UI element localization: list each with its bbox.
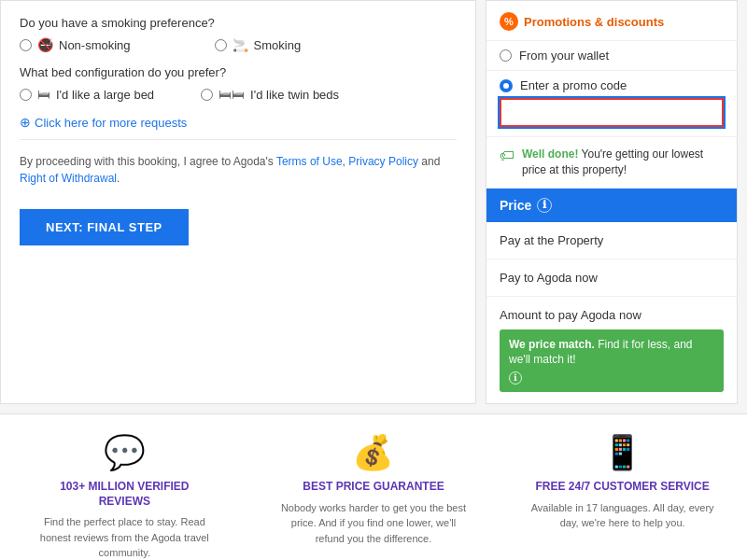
smoking-radio[interactable]: [215, 39, 227, 51]
price-match-box: We price match. Find it for less, and we…: [500, 329, 724, 393]
smoking-option[interactable]: 🚬 Smoking: [215, 37, 302, 52]
terms-and: and: [418, 155, 440, 168]
booking-form-panel: Do you have a smoking preference? 🚭 Non-…: [0, 0, 476, 404]
smoking-question: Do you have a smoking preference?: [20, 16, 457, 30]
price-summary-panel: % Promotions & discounts From your walle…: [486, 0, 738, 404]
smoking-preference-section: Do you have a smoking preference? 🚭 Non-…: [20, 16, 457, 52]
terms-prefix: By proceeding with this booking, I agree…: [20, 155, 276, 168]
promo-code-label: Enter a promo code: [520, 78, 627, 92]
promotions-title: Promotions & discounts: [524, 15, 664, 29]
terms-section: By proceeding with this booking, I agree…: [20, 139, 457, 196]
pay-to-agoda-row: Pay to Agoda now: [486, 259, 737, 297]
large-bed-label: I'd like a large bed: [56, 88, 154, 102]
plus-circle-icon: ⊕: [20, 115, 31, 130]
bed-preference-section: What bed configuration do you prefer? 🛏 …: [20, 65, 457, 102]
large-bed-option[interactable]: 🛏 I'd like a large bed: [20, 87, 154, 102]
price-match-strong: We price match.: [509, 338, 595, 351]
price-header: Price ℹ: [486, 189, 737, 222]
bed-question: What bed configuration do you prefer?: [20, 65, 457, 79]
right-of-withdrawal-link[interactable]: Right of Withdrawal: [20, 172, 117, 185]
non-smoking-option[interactable]: 🚭 Non-smoking: [20, 37, 131, 52]
pay-to-agoda-label: Pay to Agoda now: [500, 271, 724, 285]
wallet-label: From your wallet: [519, 49, 609, 63]
pay-at-property-label: Pay at the Property: [500, 233, 724, 247]
twin-beds-option[interactable]: 🛏🛏 I'd like twin beds: [201, 87, 339, 102]
promo-radio-row: Enter a promo code: [500, 78, 724, 92]
well-done-strong: Well done!: [522, 147, 578, 161]
price-info-icon[interactable]: ℹ: [537, 198, 552, 213]
amount-label: Amount to pay Agoda now: [500, 308, 724, 322]
promotions-header: % Promotions & discounts: [486, 1, 737, 41]
large-bed-icon: 🛏: [37, 87, 50, 102]
well-done-message: 🏷 Well done! You're getting our lowest p…: [486, 137, 737, 189]
non-smoking-radio[interactable]: [20, 39, 32, 51]
non-smoking-icon: 🚭: [37, 37, 53, 52]
large-bed-radio[interactable]: [20, 89, 32, 101]
price-title: Price: [500, 198, 531, 213]
reviews-icon: 💬: [31, 433, 218, 472]
more-requests-link[interactable]: ⊕ Click here for more requests: [20, 115, 457, 130]
well-done-text: Well done! You're getting our lowest pri…: [522, 147, 724, 178]
footer-customer-service-desc: Available in 17 languages. All day, ever…: [529, 500, 716, 531]
privacy-policy-link[interactable]: Privacy Policy: [348, 155, 418, 168]
amount-to-pay-section: Amount to pay Agoda now We price match. …: [486, 297, 737, 404]
bed-options: 🛏 I'd like a large bed 🛏🛏 I'd like twin …: [20, 87, 457, 102]
pay-at-property-row: Pay at the Property: [486, 222, 737, 259]
wallet-radio[interactable]: [500, 49, 512, 62]
footer-section: 💬 103+ MILLION VERIFIEDREVIEWS Find the …: [0, 413, 747, 560]
footer-best-price: 💰 BEST PRICE GUARANTEE Nobody works hard…: [271, 433, 476, 546]
customer-service-icon: 📱: [529, 433, 716, 472]
twin-beds-icon: 🛏🛏: [218, 87, 245, 102]
terms-period: .: [117, 172, 120, 185]
footer-customer-service: 📱 FREE 24/7 CUSTOMER SERVICE Available i…: [520, 433, 726, 531]
wallet-option[interactable]: From your wallet: [486, 41, 737, 71]
promo-radio-selected[interactable]: [500, 79, 513, 92]
price-match-info: ℹ: [509, 371, 714, 385]
smoking-label: Smoking: [254, 38, 302, 52]
footer-reviews-desc: Find the perfect place to stay. Read hon…: [31, 514, 218, 560]
tag-icon: 🏷: [500, 147, 514, 164]
footer-best-price-title: BEST PRICE GUARANTEE: [280, 480, 467, 495]
twin-beds-label: I'd like twin beds: [250, 88, 339, 102]
smoking-icon: 🚬: [233, 37, 248, 52]
footer-best-price-desc: Nobody works harder to get you the best …: [280, 500, 467, 547]
smoking-options: 🚭 Non-smoking 🚬 Smoking: [20, 37, 457, 52]
next-final-step-button[interactable]: NEXT: FINAL STEP: [20, 209, 189, 245]
best-price-icon: 💰: [280, 433, 467, 472]
price-match-info-icon[interactable]: ℹ: [509, 371, 522, 385]
footer-customer-service-title: FREE 24/7 CUSTOMER SERVICE: [529, 480, 716, 495]
terms-of-use-link[interactable]: Terms of Use: [276, 155, 343, 168]
non-smoking-label: Non-smoking: [59, 38, 131, 52]
more-requests-label: Click here for more requests: [35, 116, 187, 130]
promotions-icon: %: [500, 12, 518, 31]
footer-reviews: 💬 103+ MILLION VERIFIEDREVIEWS Find the …: [21, 433, 227, 560]
footer-reviews-title: 103+ MILLION VERIFIEDREVIEWS: [31, 480, 218, 509]
promo-code-option: Enter a promo code: [486, 71, 737, 136]
twin-beds-radio[interactable]: [201, 89, 213, 101]
promo-code-input[interactable]: [500, 98, 724, 127]
